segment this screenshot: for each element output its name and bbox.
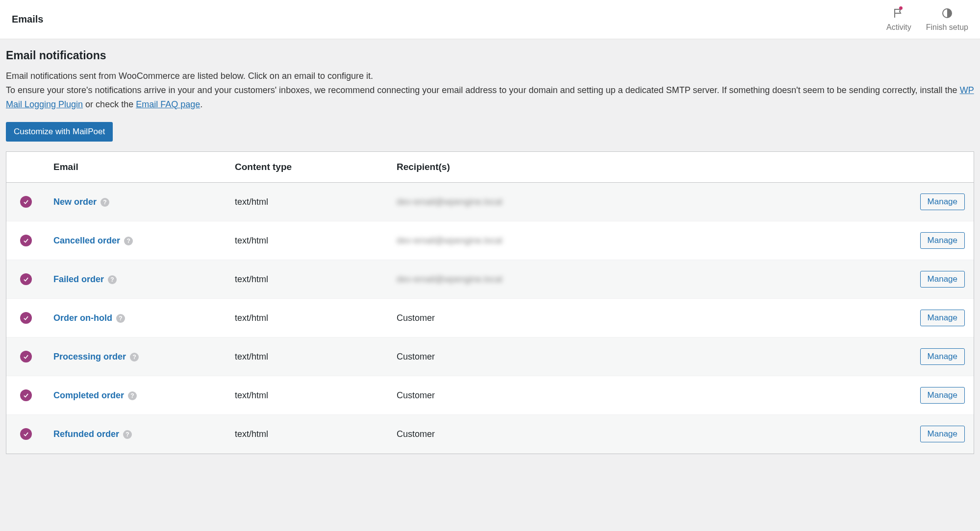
actions-cell: Manage bbox=[912, 415, 974, 454]
help-icon[interactable]: ? bbox=[128, 391, 137, 400]
topbar-right-group: Activity Finish setup bbox=[886, 7, 968, 32]
contrast-circle-icon bbox=[941, 7, 953, 21]
manage-button[interactable]: Manage bbox=[920, 310, 965, 326]
desc-text-2a: To ensure your store's notifications arr… bbox=[6, 85, 960, 95]
col-header-actions bbox=[912, 152, 974, 183]
recipient-cell: Customer bbox=[389, 376, 912, 415]
table-row: Cancelled order?text/htmldev-email@wpeng… bbox=[6, 221, 974, 260]
actions-cell: Manage bbox=[912, 221, 974, 260]
recipient-value: dev-email@wpengine.local bbox=[397, 274, 502, 284]
email-name-cell: Refunded order? bbox=[46, 415, 227, 454]
check-circle-icon bbox=[20, 351, 32, 362]
email-name-cell: Failed order? bbox=[46, 260, 227, 299]
page-title: Emails bbox=[12, 14, 43, 25]
finish-setup-label: Finish setup bbox=[926, 23, 968, 32]
recipient-cell: Customer bbox=[389, 415, 912, 454]
status-cell bbox=[6, 183, 46, 221]
finish-setup-button[interactable]: Finish setup bbox=[926, 7, 968, 32]
actions-cell: Manage bbox=[912, 183, 974, 221]
col-header-content-type: Content type bbox=[227, 152, 389, 183]
check-circle-icon bbox=[20, 235, 32, 246]
recipient-cell: dev-email@wpengine.local bbox=[389, 183, 912, 221]
help-icon[interactable]: ? bbox=[123, 430, 132, 439]
actions-cell: Manage bbox=[912, 260, 974, 299]
status-cell bbox=[6, 260, 46, 299]
content-type-cell: text/html bbox=[227, 260, 389, 299]
content-type-cell: text/html bbox=[227, 299, 389, 338]
email-name-link[interactable]: Failed order bbox=[53, 274, 104, 284]
status-cell bbox=[6, 299, 46, 338]
recipient-cell: Customer bbox=[389, 338, 912, 376]
manage-button[interactable]: Manage bbox=[920, 387, 965, 404]
customize-mailpoet-button[interactable]: Customize with MailPoet bbox=[6, 122, 113, 142]
table-row: Refunded order?text/htmlCustomerManage bbox=[6, 415, 974, 454]
check-circle-icon bbox=[20, 196, 32, 208]
recipient-value: dev-email@wpengine.local bbox=[397, 236, 502, 245]
content-type-cell: text/html bbox=[227, 415, 389, 454]
status-cell bbox=[6, 338, 46, 376]
col-header-recipients: Recipient(s) bbox=[389, 152, 912, 183]
table-header-row: Email Content type Recipient(s) bbox=[6, 152, 974, 183]
recipient-value: Customer bbox=[397, 390, 435, 400]
actions-cell: Manage bbox=[912, 376, 974, 415]
help-icon[interactable]: ? bbox=[101, 198, 109, 207]
desc-text-1: Email notifications sent from WooCommerc… bbox=[6, 71, 373, 81]
section-description: Email notifications sent from WooCommerc… bbox=[6, 69, 974, 111]
activity-button[interactable]: Activity bbox=[886, 7, 911, 32]
table-row: Failed order?text/htmldev-email@wpengine… bbox=[6, 260, 974, 299]
email-table-wrap: Email Content type Recipient(s) New orde… bbox=[6, 151, 974, 454]
manage-button[interactable]: Manage bbox=[920, 271, 965, 288]
email-name-cell: Processing order? bbox=[46, 338, 227, 376]
email-name-link[interactable]: New order bbox=[53, 197, 97, 207]
manage-button[interactable]: Manage bbox=[920, 348, 965, 365]
manage-button[interactable]: Manage bbox=[920, 193, 965, 210]
email-faq-link[interactable]: Email FAQ page bbox=[136, 99, 200, 109]
main-content: Email notifications Email notifications … bbox=[0, 39, 980, 464]
help-icon[interactable]: ? bbox=[116, 314, 125, 323]
email-name-link[interactable]: Processing order bbox=[53, 352, 126, 362]
recipient-value: dev-email@wpengine.local bbox=[397, 197, 502, 207]
email-name-link[interactable]: Refunded order bbox=[53, 429, 119, 439]
activity-dot-icon bbox=[899, 6, 903, 10]
check-circle-icon bbox=[20, 273, 32, 285]
recipient-value: Customer bbox=[397, 429, 435, 439]
content-type-cell: text/html bbox=[227, 338, 389, 376]
recipient-cell: dev-email@wpengine.local bbox=[389, 260, 912, 299]
recipient-cell: dev-email@wpengine.local bbox=[389, 221, 912, 260]
email-name-cell: Cancelled order? bbox=[46, 221, 227, 260]
table-row: Completed order?text/htmlCustomerManage bbox=[6, 376, 974, 415]
recipient-cell: Customer bbox=[389, 299, 912, 338]
check-circle-icon bbox=[20, 428, 32, 440]
email-name-link[interactable]: Completed order bbox=[53, 390, 124, 400]
recipient-value: Customer bbox=[397, 352, 435, 362]
email-name-cell: Completed order? bbox=[46, 376, 227, 415]
section-heading: Email notifications bbox=[6, 49, 974, 62]
check-circle-icon bbox=[20, 389, 32, 401]
desc-text-2c: . bbox=[200, 99, 202, 109]
table-row: Order on-hold?text/htmlCustomerManage bbox=[6, 299, 974, 338]
manage-button[interactable]: Manage bbox=[920, 232, 965, 249]
help-icon[interactable]: ? bbox=[108, 275, 117, 284]
content-type-cell: text/html bbox=[227, 183, 389, 221]
col-header-email: Email bbox=[46, 152, 227, 183]
table-row: New order?text/htmldev-email@wpengine.lo… bbox=[6, 183, 974, 221]
email-name-link[interactable]: Order on-hold bbox=[53, 313, 112, 323]
topbar: Emails Activity Finish setup bbox=[0, 0, 980, 39]
status-cell bbox=[6, 376, 46, 415]
check-circle-icon bbox=[20, 312, 32, 324]
actions-cell: Manage bbox=[912, 299, 974, 338]
manage-button[interactable]: Manage bbox=[920, 426, 965, 442]
content-type-cell: text/html bbox=[227, 221, 389, 260]
table-row: Processing order?text/htmlCustomerManage bbox=[6, 338, 974, 376]
help-icon[interactable]: ? bbox=[124, 237, 133, 245]
flag-icon bbox=[893, 7, 905, 21]
email-name-cell: New order? bbox=[46, 183, 227, 221]
help-icon[interactable]: ? bbox=[130, 353, 139, 362]
email-name-link[interactable]: Cancelled order bbox=[53, 236, 120, 245]
content-type-cell: text/html bbox=[227, 376, 389, 415]
email-name-cell: Order on-hold? bbox=[46, 299, 227, 338]
activity-label: Activity bbox=[886, 23, 911, 32]
status-cell bbox=[6, 221, 46, 260]
col-header-status bbox=[6, 152, 46, 183]
status-cell bbox=[6, 415, 46, 454]
